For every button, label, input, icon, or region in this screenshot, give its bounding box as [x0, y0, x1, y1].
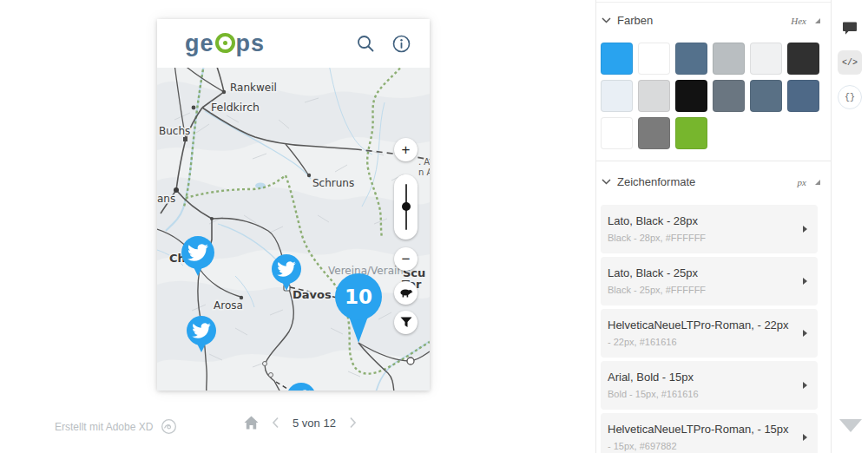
logo-text-right: ps: [236, 32, 266, 56]
comment-icon: [842, 21, 858, 36]
filter-funnel-icon: [400, 317, 412, 328]
map-place-label: ans: [157, 193, 175, 205]
color-swatch[interactable]: [750, 43, 782, 75]
page-indicator: 5 von 12: [293, 417, 336, 430]
map-place-label: Davos: [293, 288, 332, 301]
scroll-down-indicator-icon[interactable]: [839, 419, 862, 432]
section-zeichenformate: Zeichenformate px Lato, Black - 28pxBlac…: [596, 175, 831, 453]
text-style-subtitle: Black - 28px, #FFFFFF: [608, 233, 797, 243]
color-swatch-grid: [601, 43, 818, 149]
map-place-label: Arosa: [214, 299, 243, 312]
expand-arrow-icon[interactable]: [803, 434, 807, 441]
text-style-card[interactable]: HelveticaNeueLTPro-Roman, - 15px- 15px, …: [601, 413, 818, 453]
text-style-subtitle: - 22px, #161616: [608, 337, 797, 347]
farben-title: Farben: [617, 14, 791, 27]
map-place-label: Feldkirch: [211, 101, 260, 114]
zoom-in-button[interactable]: +: [394, 138, 418, 161]
search-icon[interactable]: [356, 34, 375, 53]
color-swatch[interactable]: [638, 43, 670, 75]
color-swatch[interactable]: [638, 80, 670, 112]
chevron-right-icon[interactable]: [349, 417, 357, 429]
text-style-card[interactable]: Lato, Black - 25pxBlack - 25px, #FFFFFF: [601, 257, 818, 305]
expand-arrow-icon[interactable]: [803, 382, 807, 389]
color-swatch[interactable]: [787, 43, 819, 75]
code-icon: </>: [842, 58, 858, 68]
comments-button[interactable]: [838, 16, 862, 40]
animal-icon: [399, 287, 413, 299]
info-icon[interactable]: [392, 35, 411, 53]
chevron-left-icon[interactable]: [272, 417, 279, 429]
text-style-subtitle: - 15px, #697882: [608, 441, 797, 451]
map-place-label: Schruns: [312, 177, 354, 189]
section-farben: Farben Hex: [596, 14, 831, 161]
made-with-credit: Erstellt mit Adobe XD: [55, 417, 178, 436]
text-style-title: Lato, Black - 28px: [608, 214, 797, 227]
text-styles-list: Lato, Black - 28pxBlack - 28px, #FFFFFFL…: [601, 205, 818, 453]
color-swatch[interactable]: [601, 80, 633, 112]
text-style-title: Lato, Black - 25px: [608, 266, 797, 279]
zoom-out-button[interactable]: −: [394, 247, 418, 271]
color-swatch[interactable]: [638, 117, 670, 149]
expand-arrow-icon[interactable]: [803, 278, 807, 285]
text-style-title: HelveticaNeueLTPro-Roman, - 15px: [608, 423, 797, 436]
zoom-slider[interactable]: [394, 174, 418, 240]
spec-panel: Farben Hex Zeichenformate px Lato, Black…: [595, 0, 832, 453]
zeichenformate-title: Zeichenformate: [617, 175, 798, 188]
map-svg: RankweilFeldkirchBuchsSchrunsansChArosaD…: [157, 68, 430, 391]
color-swatch[interactable]: [713, 43, 745, 75]
color-swatch[interactable]: [787, 80, 819, 112]
chevron-down-icon[interactable]: [602, 17, 611, 23]
expand-arrow-icon[interactable]: [803, 226, 807, 233]
text-style-card[interactable]: Lato, Black - 28pxBlack - 28px, #FFFFFF: [601, 205, 818, 253]
text-style-subtitle: Bold - 15px, #161616: [608, 389, 797, 399]
zeichenformate-unit-dropdown[interactable]: px: [798, 177, 806, 187]
text-style-subtitle: Black - 25px, #FFFFFF: [608, 285, 797, 295]
text-style-card[interactable]: Arial, Bold - 15pxBold - 15px, #161616: [601, 361, 818, 410]
geops-logo: geps: [185, 32, 265, 56]
map-place-label: Buchs: [159, 125, 190, 137]
logo-o-ring-icon: [215, 33, 235, 53]
map-canvas[interactable]: RankweilFeldkirchBuchsSchrunsansChArosaD…: [157, 68, 430, 391]
text-style-title: HelveticaNeueLTPro-Roman, - 22px: [608, 318, 797, 332]
dropdown-corner-icon[interactable]: [815, 180, 820, 185]
prototype-artboard: geps: [157, 19, 430, 391]
logo-text-left: ge: [185, 32, 214, 56]
map-place-label: Rankweil: [230, 82, 277, 94]
artboard-pagination: 5 von 12: [244, 416, 357, 430]
color-swatch[interactable]: [601, 117, 633, 149]
braces-icon: {}: [845, 93, 855, 102]
zoom-slider-handle[interactable]: [402, 202, 411, 211]
animal-layer-button[interactable]: [394, 281, 418, 305]
xd-spec-view: geps: [0, 0, 868, 453]
filter-button[interactable]: [394, 311, 418, 334]
text-style-title: Arial, Bold - 15px: [608, 371, 797, 384]
color-swatch[interactable]: [601, 43, 633, 75]
color-swatch[interactable]: [675, 117, 707, 149]
credit-text: Erstellt mit Adobe XD: [55, 421, 153, 433]
home-icon[interactable]: [244, 416, 259, 430]
view-mode-toolbar: </> {}: [832, 0, 868, 453]
farben-unit-dropdown[interactable]: Hex: [791, 16, 806, 26]
color-swatch[interactable]: [713, 80, 745, 112]
text-style-card[interactable]: HelveticaNeueLTPro-Roman, - 22px- 22px, …: [601, 309, 818, 358]
color-swatch[interactable]: [675, 80, 707, 112]
dropdown-corner-icon[interactable]: [815, 18, 820, 23]
map-place-label: . A: [418, 157, 430, 167]
color-swatch[interactable]: [675, 43, 707, 75]
chevron-down-icon[interactable]: [602, 179, 611, 185]
app-header: geps: [157, 19, 430, 68]
map-place-label: n A: [418, 167, 430, 177]
specs-code-button[interactable]: </>: [838, 50, 862, 75]
color-swatch[interactable]: [750, 80, 782, 112]
variables-button[interactable]: {}: [838, 85, 862, 109]
creative-cloud-icon: [160, 417, 178, 436]
cluster-count-label: 10: [345, 286, 372, 308]
expand-arrow-icon[interactable]: [803, 330, 807, 337]
